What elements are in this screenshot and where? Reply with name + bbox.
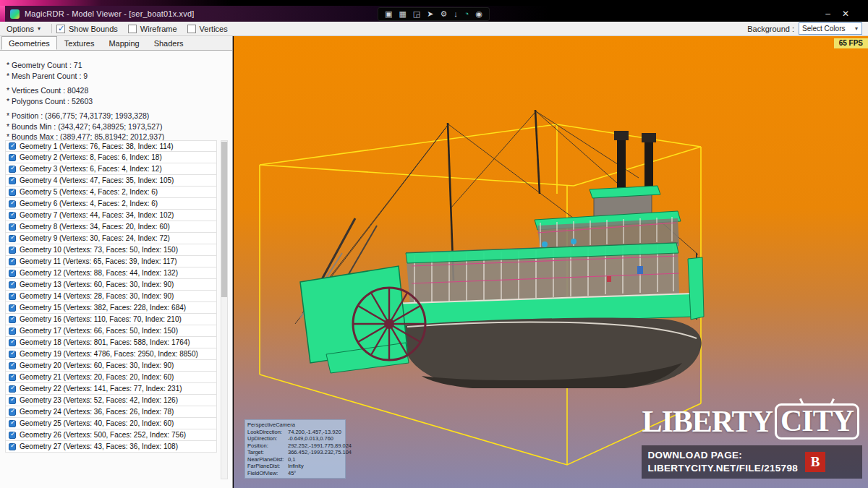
minimize-button[interactable]: – — [825, 9, 830, 18]
scrollbar-thumb[interactable] — [221, 142, 227, 297]
geometry-checkbox[interactable] — [9, 200, 16, 207]
geometry-checkbox[interactable] — [9, 293, 16, 300]
geometry-list-item[interactable]: Geometry 13 (Vertexs: 60, Faces: 30, Ind… — [5, 279, 217, 291]
geometry-list-item[interactable]: Geometry 17 (Vertexs: 66, Faces: 50, Ind… — [5, 325, 217, 337]
checkbox-box[interactable] — [187, 25, 196, 33]
geometry-label: Geometry 7 (Vertexs: 44, Faces: 34, Inde… — [20, 211, 174, 219]
geometry-checkbox[interactable] — [9, 420, 16, 427]
geometry-list-item[interactable]: Geometry 27 (Vertexs: 43, Faces: 36, Ind… — [5, 441, 217, 453]
geometry-label: Geometry 17 (Vertexs: 66, Faces: 50, Ind… — [20, 327, 178, 335]
geometry-list-item[interactable]: Geometry 20 (Vertexs: 60, Faces: 30, Ind… — [5, 360, 217, 372]
options-menu-button[interactable]: Options ▾ — [0, 23, 47, 35]
titlebar[interactable]: MagicRDR - Model Viewer - [ser_boat01x.x… — [0, 6, 868, 22]
geometry-checkbox[interactable] — [9, 328, 16, 335]
geometry-checkbox[interactable] — [9, 374, 16, 381]
geometry-list-item[interactable]: Geometry 5 (Vertexs: 4, Faces: 2, Index:… — [5, 187, 217, 198]
download-url[interactable]: LIBERTYCITY.NET/FILE/215798 — [647, 462, 798, 475]
geometry-checkbox[interactable] — [9, 432, 16, 439]
geometry-list-item[interactable]: Geometry 2 (Vertexs: 8, Faces: 6, Index:… — [5, 152, 217, 163]
geometry-checkbox[interactable] — [9, 339, 16, 346]
geometry-checkbox[interactable] — [9, 247, 16, 254]
geometry-list-item[interactable]: Geometry 23 (Vertexs: 52, Faces: 42, Ind… — [5, 395, 217, 406]
geometry-list-item[interactable]: Geometry 1 (Vertexs: 76, Faces: 38, Inde… — [5, 140, 217, 152]
geometry-checkbox[interactable] — [9, 212, 16, 219]
geometry-list-item[interactable]: Geometry 4 (Vertexs: 47, Faces: 35, Inde… — [5, 175, 217, 187]
checkbox-show-bounds[interactable]: Show Bounds — [56, 25, 118, 33]
download-icon[interactable]: ↓ — [454, 10, 458, 18]
geometry-checkbox[interactable] — [9, 235, 16, 242]
checkbox-box[interactable] — [56, 25, 65, 33]
globe-icon[interactable]: ◔ — [464, 10, 469, 18]
checkbox-wireframe[interactable]: Wireframe — [128, 25, 177, 33]
geometry-checkbox[interactable] — [9, 281, 16, 288]
display-icon[interactable]: ▦ — [399, 10, 406, 18]
geometry-checkbox[interactable] — [9, 142, 16, 150]
geometry-checkbox[interactable] — [9, 258, 16, 265]
geometry-label: Geometry 27 (Vertexs: 43, Faces: 36, Ind… — [20, 442, 178, 450]
geometry-list-item[interactable]: Geometry 25 (Vertexs: 40, Faces: 20, Ind… — [5, 418, 217, 429]
geometry-list-item[interactable]: Geometry 16 (Vertexs: 110, Faces: 70, In… — [5, 314, 217, 325]
tabs: GeometriesTexturesMappingShaders — [0, 36, 232, 50]
cursor-icon[interactable]: ➤ — [427, 10, 433, 18]
geometry-list-item[interactable]: Geometry 12 (Vertexs: 88, Faces: 44, Ind… — [5, 267, 217, 279]
tab-geometries[interactable]: Geometries — [1, 36, 57, 50]
geometry-checkbox[interactable] — [9, 154, 16, 161]
tab-shaders[interactable]: Shaders — [147, 36, 191, 50]
geometry-checkbox[interactable] — [9, 316, 16, 323]
geometry-checkbox[interactable] — [9, 408, 16, 416]
tv-icon: CITY — [775, 403, 859, 440]
geometry-checkbox[interactable] — [9, 177, 16, 184]
chevron-down-icon: ▾ — [38, 25, 41, 32]
geometry-checkbox[interactable] — [9, 189, 16, 196]
tab-textures[interactable]: Textures — [57, 36, 102, 50]
camera-info-row: Position: 292.252,-1991.775,89.024 — [247, 442, 343, 450]
geometry-list-item[interactable]: Geometry 14 (Vertexs: 28, Faces: 30, Ind… — [5, 291, 217, 302]
geometry-list-item[interactable]: Geometry 24 (Vertexs: 36, Faces: 26, Ind… — [5, 406, 217, 418]
geometry-list-item[interactable]: Geometry 21 (Vertexs: 20, Faces: 20, Ind… — [5, 372, 217, 383]
geometry-list-item[interactable]: Geometry 10 (Vertexs: 73, Faces: 50, Ind… — [5, 244, 217, 256]
geometry-label: Geometry 26 (Vertexs: 500, Faces: 252, I… — [20, 431, 186, 439]
checkbox-vertices[interactable]: Vertices — [187, 25, 228, 33]
geometry-checkbox[interactable] — [9, 270, 16, 277]
camera-info-row: FieldOfView: 45° — [247, 470, 343, 477]
geometry-list-item[interactable]: Geometry 9 (Vertexs: 30, Faces: 24, Inde… — [5, 233, 217, 244]
geometry-checkbox[interactable] — [9, 351, 16, 358]
camera-info-row: Target: 366.452,-1993.232,75.104 — [247, 449, 343, 456]
close-button[interactable]: ✕ — [842, 9, 849, 18]
model-viewport[interactable]: 65 FPS PerspectiveCamera LookDirection: … — [234, 36, 868, 488]
geometry-list-item[interactable]: Geometry 6 (Vertexs: 4, Faces: 2, Index:… — [5, 198, 217, 210]
geometry-list-item[interactable]: Geometry 26 (Vertexs: 500, Faces: 252, I… — [5, 429, 217, 441]
geometry-list-item[interactable]: Geometry 18 (Vertexs: 801, Faces: 588, I… — [5, 337, 217, 348]
geometry-checkbox[interactable] — [9, 304, 16, 312]
list-scrollbar[interactable] — [221, 140, 228, 479]
geometry-checkbox[interactable] — [9, 443, 16, 450]
geometry-list-item[interactable]: Geometry 11 (Vertexs: 65, Faces: 39, Ind… — [5, 256, 217, 267]
geometry-list-item[interactable]: Geometry 15 (Vertexs: 382, Faces: 228, I… — [5, 302, 217, 314]
geometry-label: Geometry 11 (Vertexs: 65, Faces: 39, Ind… — [20, 257, 177, 265]
geometry-list-item[interactable]: Geometry 8 (Vertexs: 34, Faces: 20, Inde… — [5, 221, 217, 233]
stat-line: * Bounds Min : (343,427; 64,38925; 1973,… — [7, 121, 226, 132]
info-icon[interactable]: ◉ — [475, 10, 482, 18]
geometry-list-item[interactable]: Geometry 19 (Vertexs: 4786, Faces: 2950,… — [5, 348, 217, 360]
geometry-list-item[interactable]: Geometry 3 (Vertexs: 6, Faces: 4, Index:… — [5, 163, 217, 175]
tab-mapping[interactable]: Mapping — [101, 36, 146, 50]
geometry-checkbox[interactable] — [9, 397, 16, 404]
geometry-label: Geometry 10 (Vertexs: 73, Faces: 50, Ind… — [20, 246, 178, 254]
geometry-label: Geometry 9 (Vertexs: 30, Faces: 24, Inde… — [20, 234, 170, 242]
geometry-checkbox[interactable] — [9, 223, 16, 231]
geometry-checkbox[interactable] — [9, 385, 16, 393]
libertycity-watermark: LIBERTYCITY DOWNLOAD PAGE: LIBERTYCITY.N… — [642, 403, 862, 479]
checkbox-box[interactable] — [128, 25, 137, 33]
geometry-checkbox[interactable] — [9, 166, 16, 173]
settings-gear-icon[interactable]: ⚙ — [440, 10, 447, 18]
share-screen-icon[interactable]: ◲ — [413, 10, 420, 18]
geometry-list-item[interactable]: Geometry 22 (Vertexs: 141, Faces: 77, In… — [5, 383, 217, 395]
screen-record-icon[interactable]: ▣ — [385, 10, 392, 18]
geometry-label: Geometry 16 (Vertexs: 110, Faces: 70, In… — [20, 315, 182, 323]
geometry-checkbox[interactable] — [9, 362, 16, 369]
geometry-list-item[interactable]: Geometry 7 (Vertexs: 44, Faces: 34, Inde… — [5, 210, 217, 221]
stats-block: * Geometry Count : 71* Mesh Parent Count… — [0, 51, 232, 142]
background-color-select[interactable]: Select Colors ▾ — [799, 22, 862, 35]
stats-group: * Position : (366,775; 74,31739; 1993,32… — [7, 111, 226, 142]
camera-rows: LookDirection: 74.200,-1.457,-13.920 UpD… — [247, 429, 343, 477]
